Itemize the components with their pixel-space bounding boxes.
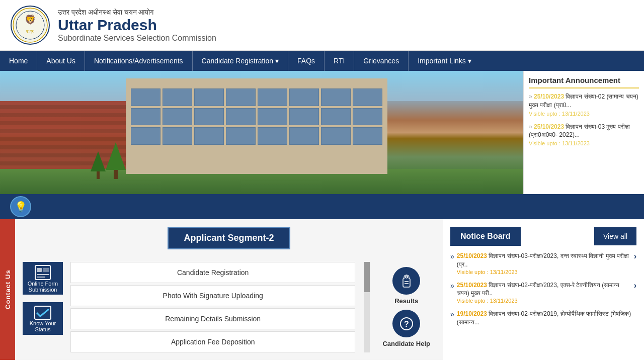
window <box>289 88 319 106</box>
results-icon-box[interactable]: Results <box>392 267 420 305</box>
tree <box>91 151 106 179</box>
announcement-panel: Important Announcement » 25/10/2023 विज्… <box>523 71 644 194</box>
help-icon: ? <box>392 310 420 337</box>
window <box>289 108 319 126</box>
svg-rect-6 <box>37 268 42 272</box>
window <box>131 127 160 145</box>
chevron-down-icon-2: ▾ <box>468 57 471 65</box>
nav-home[interactable]: Home <box>0 51 37 71</box>
help-icon-box[interactable]: ? Candidate Help <box>382 310 430 347</box>
view-all-button[interactable]: View all <box>594 227 636 245</box>
window <box>321 88 351 106</box>
window <box>321 108 351 126</box>
notice-header: Notice Board View all <box>450 227 636 246</box>
header-title: Uttar Pradesh <box>58 17 216 34</box>
window <box>194 127 224 145</box>
nav-important-links[interactable]: Important Links ▾ <box>409 51 480 71</box>
notice-content-3: 19/10/2023 विज्ञापन संख्या-02-परीक्षा/20… <box>457 310 636 327</box>
online-form-label: Online FormSubmission <box>28 281 58 293</box>
announcement-item-1: » 25/10/2023 विज्ञापन संख्या-02 (सामान्य… <box>529 93 639 117</box>
header-text-block: उत्तर प्रदेश अधीनस्थ सेवा चयन आयोग Uttar… <box>58 8 216 43</box>
nav-about[interactable]: About Us <box>37 51 85 71</box>
menu-scrollbar[interactable] <box>364 262 370 352</box>
hero-section: Important Announcement » 25/10/2023 विज्… <box>0 71 644 194</box>
online-form-icon-box[interactable]: Online FormSubmission <box>23 262 63 295</box>
know-status-label: Know YourStatus <box>30 320 56 332</box>
svg-text:?: ? <box>404 320 409 328</box>
nav-rti[interactable]: RTI <box>325 51 354 71</box>
notice-visible-1: Visible upto : 13/11/2023 <box>457 269 631 275</box>
menu-remaining-details[interactable]: Remaining Details Submission <box>70 308 355 329</box>
nav-grievances[interactable]: Grievances <box>354 51 408 71</box>
applicant-section: Applicant Segment-2 Online FormSubmissio… <box>15 219 443 360</box>
know-status-icon-box[interactable]: Know YourStatus <box>23 302 63 335</box>
svg-point-12 <box>406 276 408 278</box>
window <box>321 127 351 145</box>
window <box>353 88 382 106</box>
announcement-date-2: 25/10/2023 <box>534 123 564 130</box>
lightbulb-icon[interactable]: 💡 <box>10 196 31 217</box>
window <box>194 108 224 126</box>
nav-notifications[interactable]: Notifications/Advertisements <box>85 51 192 71</box>
notice-item-2: » 25/10/2023 विज्ञापन संख्या-02-परीक्षा/… <box>450 281 636 304</box>
window <box>258 127 287 145</box>
scrollbar-thumb[interactable] <box>364 262 370 292</box>
results-label: Results <box>394 297 418 305</box>
contact-us-sidebar[interactable]: Contact Us <box>0 219 15 360</box>
window <box>131 108 160 126</box>
right-icons: Results ? Candidate Help <box>377 262 435 352</box>
window <box>131 88 160 106</box>
results-icon <box>392 267 420 295</box>
applicant-segment-title: Applicant Segment-2 <box>168 227 290 249</box>
notice-arrow-icon-1: › <box>634 252 636 261</box>
notice-bullet-icon-2: » <box>450 282 454 290</box>
announcement-title: Important Announcement <box>529 76 639 88</box>
contact-us-label: Contact Us <box>4 270 12 310</box>
window <box>353 127 382 145</box>
help-label: Candidate Help <box>382 340 430 347</box>
site-logo: 🦁 उ.प्र. <box>10 5 50 45</box>
notice-content-2: 25/10/2023 विज्ञापन संख्या-02-परीक्षा/20… <box>457 281 631 304</box>
svg-rect-5 <box>35 265 50 280</box>
online-form-segment: Online FormSubmission Know YourStatus <box>23 262 63 352</box>
notice-bullet-icon-3: » <box>450 310 454 318</box>
announcement-arrow-icon: » <box>529 93 534 100</box>
window <box>194 88 224 106</box>
notice-board-title: Notice Board <box>450 227 521 246</box>
svg-text:🦁: 🦁 <box>25 14 36 25</box>
window <box>258 108 287 126</box>
main-nav: Home About Us Notifications/Advertisemen… <box>0 51 644 71</box>
window <box>163 108 192 126</box>
window <box>163 88 192 106</box>
header-hindi: उत्तर प्रदेश अधीनस्थ सेवा चयन आयोग <box>58 8 216 17</box>
notice-date-1: 25/10/2023 <box>457 252 487 259</box>
building-windows <box>126 78 387 174</box>
announcement-visible-1: Visible upto : 13/11/2023 <box>529 111 639 117</box>
svg-point-1 <box>13 8 47 42</box>
building-center <box>126 78 387 174</box>
menu-application-fee[interactable]: Application Fee Deposition <box>70 331 355 352</box>
header-subtitle: Subordinate Services Selection Commissio… <box>58 34 216 43</box>
window <box>289 127 319 145</box>
notice-date-2: 25/10/2023 <box>457 282 487 289</box>
announcement-arrow-icon-2: » <box>529 123 534 130</box>
notice-bullet-icon-1: » <box>450 252 454 260</box>
window <box>226 127 256 145</box>
announcement-visible-2: Visible upto : 13/11/2023 <box>529 140 639 146</box>
applicant-grid: Online FormSubmission Know YourStatus Ca… <box>23 262 435 352</box>
menu-candidate-registration[interactable]: Candidate Registration <box>70 262 355 283</box>
nav-candidate-registration[interactable]: Candidate Registration ▾ <box>193 51 288 71</box>
window <box>163 127 192 145</box>
menu-photo-upload[interactable]: Photo With Signature Uploading <box>70 285 355 306</box>
hero-image <box>0 71 523 194</box>
window <box>226 108 256 126</box>
chevron-down-icon: ▾ <box>275 57 279 65</box>
notice-item-3: » 19/10/2023 विज्ञापन संख्या-02-परीक्षा/… <box>450 310 636 327</box>
nav-faqs[interactable]: FAQs <box>288 51 324 71</box>
notice-section: Notice Board View all » 25/10/2023 विज्ञ… <box>443 219 644 360</box>
announcement-item-2: » 25/10/2023 विज्ञापन संख्या-03 मुख्य पर… <box>529 123 639 147</box>
lightbulb-bar: 💡 <box>0 194 644 219</box>
main-content: Contact Us Applicant Segment-2 Onlin <box>0 219 644 360</box>
notice-arrow-icon-2: › <box>634 281 636 290</box>
announcement-date-1: 25/10/2023 <box>534 93 564 100</box>
